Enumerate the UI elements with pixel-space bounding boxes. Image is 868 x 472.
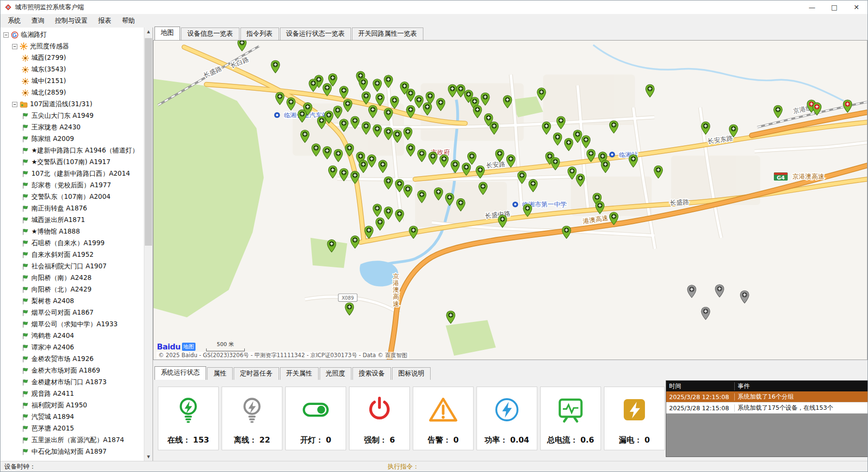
tab-bottom-0[interactable]: 系统运行状态 (154, 366, 206, 380)
tab-main-4[interactable]: 开关回路属性一览表 (352, 28, 423, 40)
menu-item-0[interactable]: 系统 (2, 14, 26, 27)
status-card-label: 功率： (485, 435, 508, 445)
map-label: 京港澳高速 (393, 273, 399, 307)
event-log-row[interactable]: 2025/3/28 12:15:08系统加载了16个分组 (666, 391, 868, 403)
device-flag-icon (22, 136, 29, 143)
tree-device-item[interactable]: 中石化加油站对面 A1897 (0, 446, 144, 458)
tree-expander-icon[interactable] (12, 44, 17, 49)
device-tree: 临湘路灯光照度传感器城西(2799)城东(3543)城中(2151)城北(285… (0, 28, 144, 461)
tab-bottom-6[interactable]: 图标说明 (392, 367, 431, 380)
tab-main-3[interactable]: 设备运行状态一览表 (280, 28, 351, 40)
tree-device-item[interactable]: 彭家巷（党校后面）A1977 (0, 180, 144, 191)
tree-expander-icon[interactable] (3, 32, 9, 38)
sensor-icon (22, 89, 29, 97)
tree-device-item[interactable]: 谭家冲 A2406 (0, 342, 144, 353)
tree-device-item[interactable]: 向阳桥（北）A2429 (0, 284, 144, 295)
menu-item-1[interactable]: 查询 (26, 14, 50, 27)
event-log-col-event: 事件 (735, 382, 868, 390)
tab-bottom-5[interactable]: 搜索设备 (352, 367, 391, 380)
scroll-up-icon[interactable]: ▲ (144, 28, 153, 36)
maximize-button[interactable]: □ (823, 0, 845, 14)
baidu-wordmark: Baidu (157, 342, 181, 351)
tree-device-item[interactable]: 王家珑巷 A2430 (0, 122, 144, 133)
svg-text:京港澳高速: 京港澳高速 (793, 173, 825, 180)
tree-root[interactable]: 临湘路灯 (0, 29, 144, 41)
tree-device-item[interactable]: 金桥大市场对面 A1869 (0, 365, 144, 376)
tree-device-item[interactable]: 芭茅塘 A2015 (0, 423, 144, 434)
map-canvas[interactable]: 长白路长盛路临湘长途汽车站市政府长安路临湘站长安东路京港线京港澳高速长盛中路长盛… (153, 40, 868, 360)
device-flag-icon (22, 194, 29, 201)
menu-item-3[interactable]: 报表 (93, 14, 117, 27)
tree-device-item[interactable]: 石咀桥（自来水）A1999 (0, 237, 144, 249)
tab-main-1[interactable]: 设备信息一览表 (181, 28, 239, 40)
tree-device-item[interactable]: 南正街转盘 A1876 (0, 203, 144, 214)
tree-device-item[interactable]: 陈家组 A2009 (0, 133, 144, 145)
lightning-circle-icon (492, 387, 521, 432)
sensor-icon (22, 78, 29, 85)
tree-device-item[interactable]: 五尖山大门东 A1949 (0, 110, 144, 122)
tree-device-item[interactable]: 烟草公司（求知中学）A1933 (0, 319, 144, 330)
tree-item-label: 烟草公司对面 A1867 (31, 308, 94, 317)
map-svg: 长白路长盛路临湘长途汽车站市政府长安路临湘站长安东路京港线京港澳高速长盛中路长盛… (154, 41, 867, 360)
tree-device-item[interactable]: ★建新中路路口东 A1946（辅道灯） (0, 145, 144, 156)
menu-item-4[interactable]: 帮助 (117, 14, 140, 27)
menu-item-2[interactable]: 控制与设置 (50, 14, 93, 27)
tree-item-label: 芭茅塘 A2015 (31, 424, 74, 433)
tree-device-item[interactable]: 金桥农贸市场 A1926 (0, 353, 144, 365)
tree-device-item[interactable]: 烟草公司对面 A1867 (0, 307, 144, 319)
tab-main-2[interactable]: 指令列表 (240, 28, 279, 40)
close-button[interactable]: ✕ (845, 0, 868, 14)
tree-device-item[interactable]: ★博物馆 A1888 (0, 226, 144, 237)
tree-sensor-item[interactable]: 城中(2151) (0, 75, 144, 87)
tree-device-item[interactable]: 107北（建新中路路口西）A2014 (0, 168, 144, 180)
device-flag-icon (22, 367, 29, 375)
tree-device-item[interactable]: 观音路 A2411 (0, 388, 144, 400)
tree-item-label: 陈家组 A2009 (31, 135, 74, 143)
device-flag-icon (22, 263, 29, 270)
minimize-button[interactable]: — (801, 0, 823, 14)
tree-device-item[interactable]: 梨树巷 A2408 (0, 295, 144, 307)
device-flag-icon (22, 159, 29, 166)
titlebar: 城市照明监控系统客户端 — □ ✕ (0, 0, 868, 14)
tab-bottom-3[interactable]: 开关属性 (280, 367, 319, 380)
tab-bottom-1[interactable]: 属性 (207, 367, 233, 380)
tree-group-sensors[interactable]: 光照度传感器 (0, 41, 144, 52)
tree-device-item[interactable]: 金桥建材市场门口 A1873 (0, 376, 144, 388)
status-card-lamp-on: 开灯：0 (285, 387, 346, 450)
tree-device-item[interactable]: 汽贸城 A1894 (0, 411, 144, 423)
device-flag-icon (22, 170, 29, 178)
main-tabs: 地图设备信息一览表指令列表设备运行状态一览表开关回路属性一览表 (153, 28, 868, 40)
status-card-value: 153 (193, 435, 209, 445)
tree-device-item[interactable]: 鸿鹤巷 A2404 (0, 330, 144, 342)
tab-bottom-4[interactable]: 光照度 (320, 367, 352, 380)
tree-device-item[interactable]: 五里派出所（富源汽配）A1874 (0, 434, 144, 446)
tree-device-item[interactable]: 向阳桥（南）A2428 (0, 272, 144, 284)
event-log-row[interactable]: 2025/3/28 12:15:08系统加载了175个设备，在线153个 (666, 403, 868, 414)
tree-sensor-item[interactable]: 城西(2799) (0, 52, 144, 64)
device-flag-icon (22, 124, 29, 131)
scroll-down-icon[interactable]: ▼ (144, 453, 153, 461)
tree-sensor-item[interactable]: 城北(2859) (0, 87, 144, 98)
tree-expander-icon[interactable] (12, 102, 17, 107)
event-time: 2025/3/28 12:15:08 (666, 404, 735, 412)
map-scale-bar (206, 348, 245, 351)
map-label: 京港澳高速 (793, 173, 825, 180)
tree-device-item[interactable]: 交警队东（107南）A2004 (0, 191, 144, 203)
tree-scrollbar[interactable]: ▲ ▼ (144, 28, 153, 461)
tree-device-item[interactable]: 自来水斜对面 A1952 (0, 249, 144, 261)
scrollbar-thumb[interactable] (145, 38, 152, 246)
device-flag-icon (22, 182, 29, 189)
device-flag-icon (22, 286, 29, 293)
tree-sensor-item[interactable]: 城东(3543) (0, 64, 144, 75)
tree-device-item[interactable]: 城西派出所A1871 (0, 214, 144, 226)
tree-device-item[interactable]: 社会福利院大门口 A1907 (0, 261, 144, 272)
tab-bottom-2[interactable]: 定时器任务 (234, 367, 279, 380)
status-card-current: 总电流：0.6 (540, 387, 601, 450)
tree-device-item[interactable]: 福利院对面 A1950 (0, 400, 144, 411)
tree-group-devices[interactable]: 107国道沿线(31/31) (0, 98, 144, 110)
status-card-label: 告警： (428, 435, 451, 445)
tree-device-item[interactable]: ★交警队西(107南) A1917 (0, 156, 144, 168)
event-log-col-time: 时间 (666, 382, 735, 390)
device-flag-icon (22, 251, 29, 259)
tab-main-0[interactable]: 地图 (154, 27, 180, 40)
